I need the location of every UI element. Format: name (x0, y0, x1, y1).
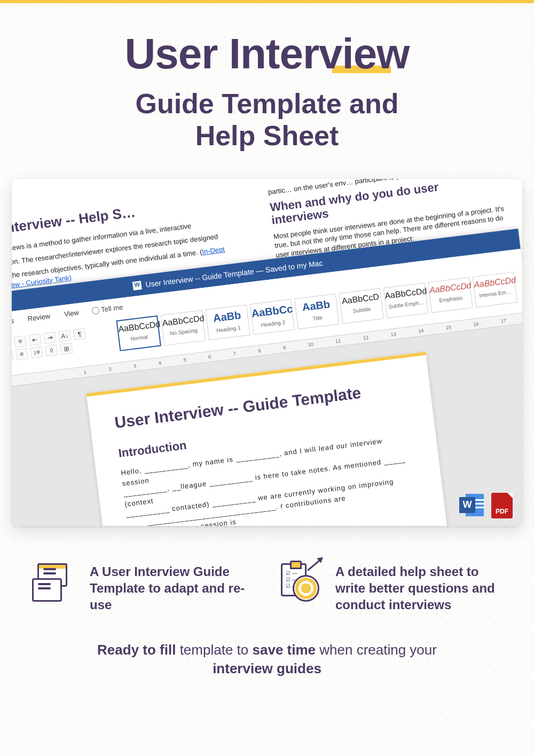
word-doc-icon (132, 281, 142, 290)
word-file-icon: W (459, 493, 484, 517)
subtitle-line-1: Guide Template and (135, 88, 398, 119)
preview-inner: r Interview -- Help S… nterviews is a me… (12, 179, 522, 526)
style-heading-2[interactable]: AaBbCcHeading 2 (250, 299, 295, 335)
style-title[interactable]: AaBbTitle (294, 293, 339, 329)
documents-icon (32, 563, 75, 606)
file-type-badges: W PDF (459, 493, 513, 518)
sort-button[interactable]: A↓ (58, 330, 71, 342)
multilevel-button[interactable]: ≡ (14, 335, 27, 348)
target-clipboard-icon: ☑ —☑ —☑ — (278, 563, 320, 606)
header: User Interview Guide Template and Help S… (0, 3, 534, 152)
align-right-button[interactable]: ≡ (15, 348, 28, 360)
pdf-file-icon: PDF (491, 493, 513, 518)
bulb-icon (91, 306, 100, 314)
feature-helpsheet: ☑ —☑ —☑ — A detailed help sheet to write… (278, 563, 502, 613)
style-subtitle[interactable]: AaBbCcDSubtitle (339, 288, 383, 324)
features-row: A User Interview Guide Template to adapt… (0, 526, 534, 613)
line-spacing-button[interactable]: ↕≡ (30, 346, 43, 358)
feature-template-text: A User Interview Guide Template to adapt… (90, 563, 256, 613)
style-normal[interactable]: AaBbCcDdNormal (116, 315, 161, 351)
style-no-spacing[interactable]: AaBbCcDdNo Spacing (161, 310, 206, 345)
subtitle-line-2: Help Sheet (195, 120, 339, 151)
title-text: User Interview (125, 30, 410, 77)
style-heading-1[interactable]: AaBbHeading 1 (205, 304, 250, 340)
feature-template: A User Interview Guide Template to adapt… (32, 563, 256, 613)
style-emphasis[interactable]: AaBbCcDdEmphasis (428, 277, 473, 313)
feature-helpsheet-text: A detailed help sheet to write better qu… (335, 563, 502, 613)
borders-button[interactable]: ⊞ (60, 342, 73, 355)
footer-tagline: Ready to fill template to save time when… (0, 613, 534, 678)
indent-left-button[interactable]: ⇤ (29, 333, 42, 345)
pilcrow-button[interactable]: ¶ (73, 328, 86, 340)
shading-button[interactable]: ◊ (45, 344, 58, 357)
template-page: User Interview -- Guide Template Introdu… (87, 352, 452, 526)
preview-container: r Interview -- Help S… nterviews is a me… (12, 179, 522, 526)
style-subtle-emphasis[interactable]: AaBbCcDdSubtle Emph… (383, 282, 428, 318)
paragraph-group: ≡ ≡ ≡ ⇤ ⇥ A↓ ¶ ≡ ≡ ≡ ↕≡ (12, 328, 88, 364)
indent-right-button[interactable]: ⇥ (43, 332, 56, 344)
page-subtitle: Guide Template and Help Sheet (0, 88, 534, 152)
style-intense-emphasis[interactable]: AaBbCcDdIntense Em… (472, 271, 517, 307)
align-center-button[interactable]: ≡ (12, 350, 13, 362)
page-title: User Interview (125, 33, 410, 75)
tab-view[interactable]: View (62, 306, 81, 320)
